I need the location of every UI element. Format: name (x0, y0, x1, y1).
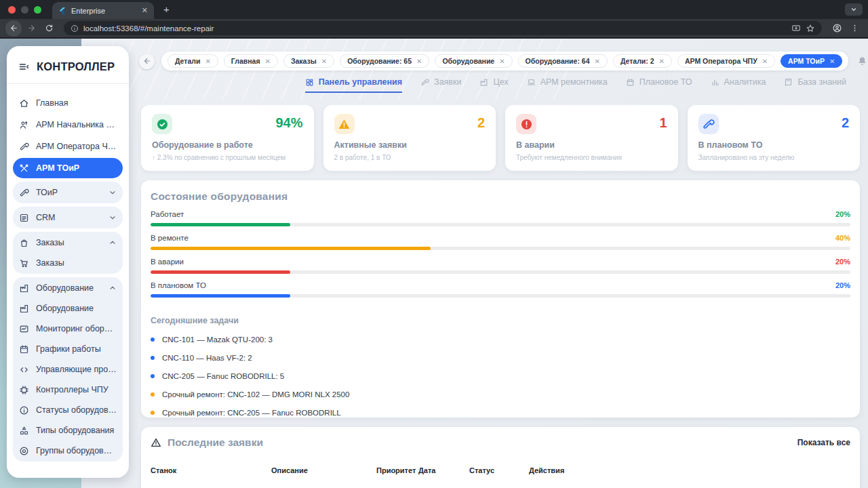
status-bar-row-1: В ремонте40% (151, 234, 850, 250)
progress-track (151, 247, 850, 250)
stat-subtitle: Требуют немедленного внимания (516, 154, 667, 161)
browser-back-button[interactable] (5, 20, 22, 37)
chip-close-icon[interactable]: ✕ (499, 58, 505, 65)
chip-close-icon[interactable]: ✕ (265, 58, 271, 65)
show-all-link[interactable]: Показать все (797, 438, 850, 447)
module-tabs: Панель управленияЗаявкиЦехАРМ ремонтника… (305, 77, 846, 96)
url-text[interactable]: localhost:53368/#/maintenance-repair (83, 24, 787, 33)
app-back-button[interactable] (139, 54, 155, 69)
sidebar-item-crm[interactable]: CRM (13, 207, 123, 228)
stat-card-1[interactable]: 2Активные заявки2 в работе, 1 в ТО (323, 105, 496, 171)
equipment-status-panel: Состояние оборудования Работает20%В ремо… (141, 180, 860, 418)
chip-close-icon[interactable]: ✕ (205, 58, 210, 65)
tab-factory[interactable]: Цех (479, 77, 508, 93)
chevron-up-icon[interactable] (108, 239, 117, 247)
sidebar-item-тоир[interactable]: ТОиР (13, 182, 123, 203)
task-text: Срочный ремонт: CNC-205 — Fanuc ROBODRIL… (162, 409, 341, 417)
sidebar-item-арм-начальника-цеха[interactable]: АРМ Начальника цеха (13, 115, 123, 135)
page-chip-8[interactable]: АРМ ТОиР✕ (781, 54, 842, 68)
chevron-down-icon[interactable] (108, 188, 117, 197)
today-tasks-list: CNC-101 — Mazak QTU-200: 3CNC-110 — Haas… (151, 336, 850, 417)
stat-card-2[interactable]: 1В аварииТребуют немедленного внимания (505, 105, 678, 171)
page-chip-5[interactable]: Оборудование: 64✕ (518, 54, 608, 68)
sidebar-items: ГлавнаяАРМ Начальника цехаАРМ Оператора … (7, 84, 129, 462)
page-chip-1[interactable]: Главная✕ (224, 54, 278, 68)
sidebar-item-главная[interactable]: Главная (13, 93, 123, 113)
wrench-icon (19, 142, 29, 152)
stat-subtitle: ↑ 2.3% по сравнению с прошлым месяцем (152, 154, 303, 161)
tab-laptop[interactable]: АРМ ремонтника (527, 77, 608, 93)
chip-close-icon[interactable]: ✕ (416, 58, 422, 65)
chip-close-icon[interactable]: ✕ (321, 58, 327, 65)
chip-close-icon[interactable]: ✕ (659, 58, 665, 65)
status-label: Работает (151, 210, 184, 218)
sidebar-item-заказы[interactable]: Заказы (13, 232, 123, 253)
new-tab-button[interactable]: + (163, 3, 170, 15)
progress-fill (151, 247, 431, 250)
sidebar-item-группы-оборудования[interactable]: Группы оборудования (13, 441, 123, 461)
notifications-bell-icon[interactable] (856, 56, 868, 67)
column-header-5: Действия (529, 466, 610, 474)
tab-wrench[interactable]: Заявки (420, 77, 461, 93)
monitor-icon (19, 324, 29, 334)
chip-label: Детали (175, 57, 200, 65)
sidebar-item-управляющие-програ-[interactable]: Управляющие програ... (13, 359, 123, 380)
sidebar-item-контроллеры-чпу[interactable]: Контроллеры ЧПУ (13, 380, 123, 400)
browser-tab-strip: Enterprise ✕ + (0, 0, 868, 19)
tab-book[interactable]: База знаний (784, 77, 846, 93)
tab-label: Панель управления (319, 77, 402, 87)
status-label: В аварии (151, 258, 184, 266)
progress-fill (151, 294, 290, 298)
chip-close-icon[interactable]: ✕ (762, 58, 768, 65)
bookmark-star-icon[interactable] (806, 24, 815, 33)
sidebar-item-арм-оператора-чпу[interactable]: АРМ Оператора ЧПУ (13, 136, 123, 157)
chip-close-icon[interactable]: ✕ (594, 58, 599, 65)
sidebar-item-label: Статусы оборудования (36, 405, 117, 415)
page-chip-3[interactable]: Оборудование: 65✕ (340, 54, 429, 68)
close-window-button[interactable] (8, 6, 16, 14)
window-controls[interactable] (8, 6, 41, 14)
tab-calendar[interactable]: Плановое ТО (626, 77, 692, 93)
sidebar-item-оборудование[interactable]: Оборудование (13, 298, 123, 319)
browser-refresh-button[interactable] (41, 20, 57, 37)
browser-forward-button[interactable] (23, 20, 39, 37)
sidebar-header: КОНТРОЛЛЕР (7, 46, 129, 83)
bag-icon (19, 238, 29, 248)
tab-chart[interactable]: Аналитика (711, 77, 766, 93)
chip-icon (19, 385, 29, 395)
wrench-icon (420, 78, 429, 87)
sidebar-item-типы-оборудования[interactable]: Типы оборудования (13, 420, 123, 441)
tab-close-icon[interactable]: ✕ (142, 6, 148, 15)
chip-close-icon[interactable]: ✕ (829, 58, 835, 65)
stat-card-0[interactable]: 94%Оборудование в работе↑ 2.3% по сравне… (141, 105, 314, 171)
task-bullet-icon (151, 338, 155, 342)
page-chip-4[interactable]: Оборудование✕ (435, 54, 512, 68)
site-info-icon[interactable] (71, 24, 79, 33)
stat-value: 2 (842, 116, 849, 129)
address-bar[interactable]: localhost:53368/#/maintenance-repair (64, 21, 822, 35)
sidebar-item-графики-работы[interactable]: Графики работы (13, 339, 123, 359)
maximize-window-button[interactable] (34, 6, 41, 14)
browser-menu-kebab-icon[interactable] (846, 20, 863, 37)
minimize-window-button[interactable] (21, 6, 28, 14)
browser-tab-title: Enterprise (71, 7, 137, 15)
sidebar-item-мониторинг-оборудов-[interactable]: Мониторинг оборудов... (13, 319, 123, 339)
page-chip-7[interactable]: АРМ Оператора ЧПУ✕ (677, 54, 775, 68)
page-chip-2[interactable]: Заказы✕ (283, 54, 334, 68)
stat-card-3[interactable]: 2В плановом ТОЗапланировано на эту недел… (688, 105, 861, 171)
chevron-down-icon[interactable] (108, 214, 117, 222)
tab-dashboard[interactable]: Панель управления (305, 77, 402, 93)
sidebar-item-оборудование[interactable]: Оборудование (13, 278, 123, 298)
open-pages-chips-bar: Детали✕Главная✕Заказы✕Оборудование: 65✕О… (161, 52, 848, 70)
tab-search-chevron-icon[interactable] (845, 3, 863, 16)
page-chip-6[interactable]: Детали: 2✕ (613, 54, 672, 68)
chevron-up-icon[interactable] (108, 284, 117, 292)
sidebar-item-статусы-оборудования[interactable]: Статусы оборудования (13, 400, 123, 420)
sidebar-collapse-icon[interactable] (18, 61, 30, 73)
sidebar-item-арм-тоир[interactable]: АРМ ТОиР (13, 158, 123, 178)
install-app-icon[interactable] (791, 24, 801, 33)
browser-tab[interactable]: Enterprise ✕ (52, 2, 154, 19)
browser-profile-icon[interactable] (829, 20, 845, 37)
sidebar-item-заказы[interactable]: Заказы (13, 253, 123, 273)
page-chip-0[interactable]: Детали✕ (167, 54, 218, 68)
